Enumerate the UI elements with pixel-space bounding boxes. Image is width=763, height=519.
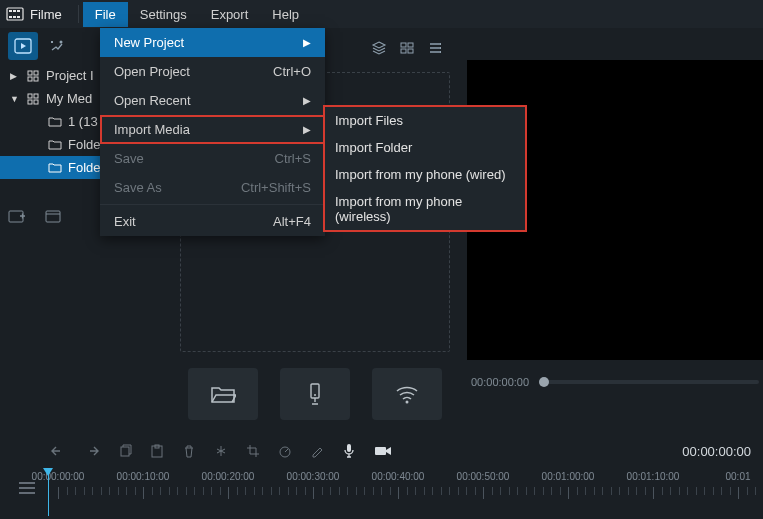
svg-rect-30 [347,444,351,452]
timeline-label: 00:00:20:00 [202,471,255,482]
paste-icon[interactable] [150,444,164,458]
svg-rect-2 [13,10,16,12]
delete-icon[interactable] [182,444,196,458]
split-icon[interactable] [214,444,228,458]
menu-exit-label: Exit [114,214,136,229]
menu-new-project[interactable]: New Project ▶ [100,28,325,57]
import-phone-wired-button[interactable] [280,368,350,420]
chevron-right-icon: ▶ [10,71,20,81]
tree-folder-1-label: Folde [68,137,101,152]
submenu-import-files[interactable]: Import Files [325,107,525,134]
menu-save[interactable]: Save Ctrl+S [100,144,325,173]
submenu-import-folder[interactable]: Import Folder [325,134,525,161]
svg-rect-19 [28,100,32,104]
tree-project-label: Project I [46,68,94,83]
crop-icon[interactable] [246,444,260,458]
grid-icon [26,69,40,83]
svg-rect-1 [9,10,12,12]
import-folder-button[interactable] [188,368,258,420]
submenu-import-phone-wired[interactable]: Import from my phone (wired) [325,161,525,188]
menu-settings[interactable]: Settings [128,2,199,27]
svg-rect-13 [28,71,32,75]
menu-file[interactable]: File [83,2,128,27]
menu-separator [100,204,325,205]
menubar-divider [78,5,79,23]
svg-rect-17 [28,94,32,98]
grid-icon [26,92,40,106]
speed-icon[interactable] [278,444,292,458]
menu-save-as-label: Save As [114,180,162,195]
grid-view-icon[interactable] [399,40,415,56]
timeline-time: 00:00:00:00 [682,444,751,459]
svg-rect-9 [401,43,406,47]
timeline-ruler[interactable]: 00:00:00:0000:00:10:0000:00:20:0000:00:3… [48,471,763,485]
delete-folder-icon[interactable] [44,208,62,224]
import-phone-wireless-button[interactable] [372,368,442,420]
filme-logo-icon [6,5,24,23]
add-folder-icon[interactable] [8,208,26,224]
menu-exit-shortcut: Alt+F4 [273,214,311,229]
svg-rect-4 [9,16,12,18]
menu-export[interactable]: Export [199,2,261,27]
svg-rect-14 [34,71,38,75]
timeline-playhead[interactable] [48,468,49,516]
svg-point-8 [60,41,63,44]
app-name: Filme [30,7,62,22]
menu-help[interactable]: Help [260,2,311,27]
timeline-label: 00:01:10:00 [627,471,680,482]
tree-item-1-label: 1 (13 [68,114,98,129]
timeline-label: 00:01 [725,471,750,482]
file-dropdown: New Project ▶ Open Project Ctrl+O Open R… [100,28,325,236]
svg-rect-0 [7,8,23,20]
timeline-label: 00:00:00:00 [32,471,85,482]
svg-rect-20 [34,100,38,104]
camera-icon[interactable] [374,444,392,458]
svg-rect-22 [46,211,60,222]
menu-open-recent[interactable]: Open Recent ▶ [100,86,325,115]
preview-slider[interactable] [539,380,759,384]
menu-save-shortcut: Ctrl+S [275,151,311,166]
svg-point-25 [406,401,409,404]
svg-rect-5 [13,16,16,18]
svg-rect-18 [34,94,38,98]
svg-rect-26 [121,447,129,456]
folder-icon [48,161,62,175]
chevron-right-icon: ▶ [303,124,311,135]
menu-new-project-label: New Project [114,35,184,50]
media-tab-icon[interactable] [8,32,38,60]
timeline-ticks [48,487,763,503]
svg-rect-11 [401,49,406,53]
chevron-right-icon: ▶ [303,37,311,48]
menu-open-project-label: Open Project [114,64,190,79]
submenu-import-phone-wireless[interactable]: Import from my phone (wireless) [325,188,525,230]
menu-open-recent-label: Open Recent [114,93,191,108]
menu-open-project[interactable]: Open Project Ctrl+O [100,57,325,86]
chevron-down-icon: ▼ [10,94,20,104]
menu-open-project-shortcut: Ctrl+O [273,64,311,79]
menu-save-as[interactable]: Save As Ctrl+Shift+S [100,173,325,202]
timeline-label: 00:01:00:00 [542,471,595,482]
undo-icon[interactable] [50,444,66,458]
folder-icon [48,138,62,152]
redo-icon[interactable] [84,444,100,458]
app-logo: Filme [6,5,62,23]
svg-rect-16 [34,77,38,81]
menu-import-media[interactable]: Import Media ▶ [100,115,325,144]
folder-icon [48,115,62,129]
copy-icon[interactable] [118,444,132,458]
effects-tab-icon[interactable] [42,32,72,60]
menu-exit[interactable]: Exit Alt+F4 [100,207,325,236]
timeline-label: 00:00:40:00 [372,471,425,482]
list-view-icon[interactable] [427,40,443,56]
svg-rect-3 [17,10,20,12]
svg-point-24 [314,394,316,396]
timeline-label: 00:00:30:00 [287,471,340,482]
microphone-icon[interactable] [342,443,356,459]
timeline-label: 00:00:50:00 [457,471,510,482]
layers-icon[interactable] [371,40,387,56]
menu-save-as-shortcut: Ctrl+Shift+S [241,180,311,195]
color-icon[interactable] [310,444,324,458]
menu-import-media-label: Import Media [114,122,190,137]
tree-folder-2-label: Folde [68,160,101,175]
timeline-menu-icon[interactable] [18,481,36,495]
